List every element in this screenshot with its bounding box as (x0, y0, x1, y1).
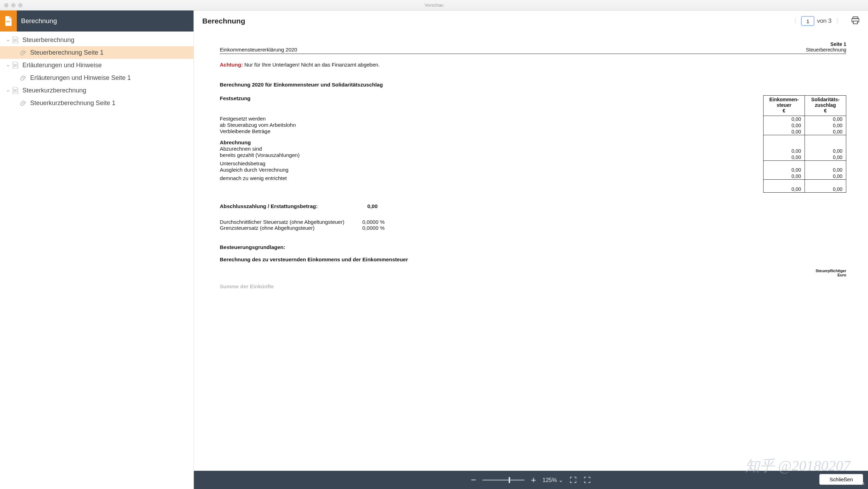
pager: 〈 von 3 〉 (789, 16, 860, 26)
minimize-window-icon[interactable] (11, 3, 15, 7)
document-icon (13, 36, 19, 43)
window-titlebar: Vorschau (0, 0, 868, 11)
close-window-icon[interactable] (4, 3, 8, 7)
chevron-down-icon: ⌄ (6, 88, 11, 92)
tree-group-label: Erläuterungen und Hinweise (22, 62, 102, 69)
tree-group-erlaeuterungen[interactable]: ⌄ Erläuterungen und Hinweise (0, 59, 194, 71)
doc-header-right: Seite 1 Steuerberechnung (806, 41, 846, 53)
cell: 0,00 (764, 116, 805, 123)
cell: 0,00 (764, 148, 805, 154)
window-controls (4, 3, 22, 7)
row-label: Verbleibende Beträge (220, 128, 763, 135)
zoom-out-button[interactable]: − (471, 475, 476, 485)
cell: 0,00 (805, 116, 846, 123)
zoom-in-button[interactable]: + (531, 475, 536, 485)
row-label: bereits gezahlt (Vorauszahlungen) (220, 152, 763, 158)
cell: 0,00 (805, 173, 846, 180)
basis-heading: Besteuerungsgrundlagen: (220, 244, 846, 250)
tree-group-label: Steuerkurzberechnung (22, 87, 86, 94)
tree: ⌄ Steuerberechnung Steuerberechnung Seit… (0, 32, 194, 109)
tree-group-steuerkurz[interactable]: ⌄ Steuerkurzberechnung (0, 84, 194, 97)
paperclip-icon (20, 49, 27, 56)
fullscreen-window-icon[interactable] (18, 3, 22, 7)
calc-labels: Festsetzung Festgesetzt werden ab Steuer… (220, 95, 763, 193)
tree-child-label: Erläuterungen und Hinweise Seite 1 (30, 74, 131, 82)
tree-child-label: Steuerberechnung Seite 1 (30, 49, 103, 56)
cell: 0,00 (805, 129, 846, 135)
zoom-percent[interactable]: 125% ⌄ (543, 477, 563, 483)
calc-doc-icon: =% (0, 11, 17, 32)
fit-width-icon[interactable] (583, 476, 591, 484)
print-icon[interactable] (851, 16, 860, 26)
cell (805, 180, 846, 186)
tree-child-steuerkurz-1[interactable]: Steuerkurzberechnung Seite 1 (0, 97, 194, 109)
section-heading: Berechnung 2020 für Einkommensteuer und … (220, 82, 846, 88)
tree-child-erlaeuterungen-1[interactable]: Erläuterungen und Hinweise Seite 1 (0, 71, 194, 84)
row-label: Abzurechnen sind (220, 146, 763, 152)
doc-warning: Achtung: Nur für Ihre Unterlagen! Nicht … (220, 62, 846, 68)
col-soli: Solidaritäts- zuschlag € (805, 96, 846, 116)
column-footer: Steuerpflichtiger Euro (220, 269, 846, 277)
paperclip-icon (20, 100, 27, 106)
document-viewport[interactable]: Einkommensteuererklärung 2020 Seite 1 St… (194, 32, 868, 489)
zoom-slider[interactable] (482, 480, 524, 481)
cell (805, 142, 846, 148)
window-title: Vorschau (425, 2, 443, 8)
rate-value: 0,0000 % (357, 225, 385, 231)
cell: 0,00 (805, 154, 846, 161)
sidebar-title: Berechnung (21, 17, 57, 25)
abrechnung-label: Abrechnung (220, 139, 763, 146)
cell: 0,00 (764, 173, 805, 180)
viewer: Berechnung 〈 von 3 〉 Einkommensteuererkl… (194, 11, 868, 489)
calc-table: Einkommen- steuer € Solidaritäts- zuschl… (763, 95, 846, 193)
next-page-button[interactable]: 〉 (834, 16, 843, 26)
paperclip-icon (20, 75, 27, 81)
col-einkommensteuer: Einkommen- steuer € (764, 96, 805, 116)
summary-value: 0,00 (339, 203, 378, 209)
cell: 0,00 (764, 122, 805, 129)
document-icon (13, 87, 19, 94)
doc-section-name: Steuerberechnung (806, 47, 846, 53)
cell: 0,00 (764, 167, 805, 173)
chevron-down-icon: ⌄ (6, 62, 11, 67)
row-label: Festgesetzt werden (220, 116, 763, 122)
viewer-header: Berechnung 〈 von 3 〉 (194, 11, 868, 32)
foot-line: Steuerpflichtiger (816, 269, 846, 273)
rate-label: Durchschnittlicher Steuersatz (ohne Abge… (220, 219, 357, 225)
cell: 0,00 (764, 129, 805, 135)
row-label: demnach zu wenig entrichtet (220, 175, 763, 181)
svg-rect-4 (853, 21, 857, 24)
cell (764, 135, 805, 142)
doc-header-left: Einkommensteuererklärung 2020 (220, 47, 297, 53)
summary-row: Abschlusszahlung / Erstattungsbetrag: 0,… (220, 203, 846, 209)
cell (764, 160, 805, 167)
sidebar-header: =% Berechnung (0, 11, 194, 32)
tree-child-steuerberechnung-1[interactable]: Steuerberechnung Seite 1 (0, 46, 194, 59)
festsetzung-label: Festsetzung (220, 95, 763, 116)
cell: 0,00 (805, 186, 846, 193)
page-input[interactable] (801, 16, 814, 26)
tree-group-steuerberechnung[interactable]: ⌄ Steuerberechnung (0, 34, 194, 46)
basis-subheading: Berechnung des zu versteuernden Einkomme… (220, 256, 846, 262)
row-label: ab Steuerabzug vom Arbeitslohn (220, 122, 763, 128)
sidebar: =% Berechnung ⌄ Steuerberechnung Steuerb… (0, 11, 194, 489)
svg-text:=%: =% (7, 20, 9, 22)
prev-page-button[interactable]: 〈 (789, 16, 799, 26)
chevron-down-icon: ⌄ (6, 37, 11, 42)
tax-rates: Durchschnittlicher Steuersatz (ohne Abge… (220, 219, 846, 231)
document-page: Einkommensteuererklärung 2020 Seite 1 St… (194, 32, 868, 489)
row-label: Unterschiedsbetrag (220, 160, 763, 167)
bottom-toolbar: − + 125% ⌄ Schließen (194, 471, 868, 489)
cell (764, 180, 805, 186)
rate-label: Grenzsteuersatz (ohne Abgeltungsteuer) (220, 225, 357, 231)
page-total-label: von 3 (817, 18, 832, 25)
rate-value: 0,0000 % (357, 219, 385, 225)
watermark-macw: www.MacW.com (826, 480, 864, 486)
cell: 0,00 (805, 148, 846, 154)
cell: 0,00 (764, 154, 805, 161)
cell: 0,00 (805, 167, 846, 173)
fit-page-icon[interactable] (569, 476, 577, 484)
foot-line: Euro (838, 273, 846, 277)
doc-page-number: Seite 1 (830, 41, 846, 47)
summary-label: Abschlusszahlung / Erstattungsbetrag: (220, 203, 339, 209)
